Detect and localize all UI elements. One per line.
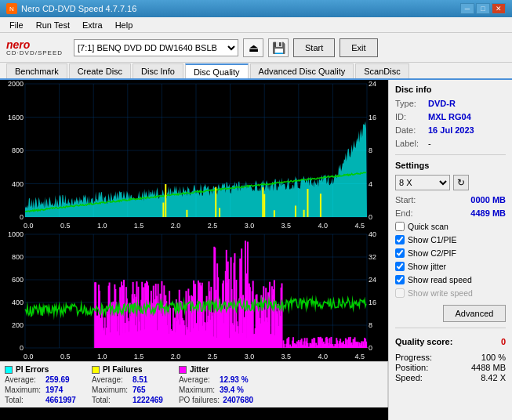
pif-max-value: 765 xyxy=(133,386,146,394)
disc-id-row: ID: MXL RG04 xyxy=(395,112,506,121)
show-c1pie-label: Show C1/PIE xyxy=(408,235,456,244)
show-write-speed-checkbox[interactable] xyxy=(395,288,405,298)
show-c1pie-checkbox[interactable] xyxy=(395,235,405,244)
quick-scan-checkbox[interactable] xyxy=(395,222,405,231)
pi-errors-color xyxy=(5,366,13,374)
show-jitter-row: Show jitter xyxy=(395,262,506,271)
pi-total-value: 4661997 xyxy=(45,396,76,404)
pif-total-value: 1222469 xyxy=(133,396,163,404)
menu-file[interactable]: File xyxy=(3,19,30,31)
drive-select[interactable]: [7:1] BENQ DVD DD DW1640 BSLB xyxy=(74,39,238,56)
pif-total-label: Total: xyxy=(92,396,129,404)
menu-extra[interactable]: Extra xyxy=(76,19,109,31)
pif-avg-label: Average: xyxy=(92,375,129,384)
quick-scan-label: Quick scan xyxy=(408,222,448,231)
show-write-speed-label: Show write speed xyxy=(408,288,473,298)
show-read-speed-label: Show read speed xyxy=(408,275,472,284)
disc-type-label: Type: xyxy=(395,99,428,108)
po-failures-label: PO failures: xyxy=(179,396,220,404)
refresh-button[interactable]: ↻ xyxy=(453,175,469,190)
jitter-stats: Jitter Average: 12.93 % Maximum: 39.4 % … xyxy=(179,365,253,404)
show-c2pif-checkbox[interactable] xyxy=(395,248,405,258)
end-mb-label: End: xyxy=(395,208,413,218)
window-controls[interactable]: ─ □ ✕ xyxy=(460,3,506,14)
show-c2pif-label: Show C2/PIF xyxy=(408,248,456,258)
show-read-speed-row: Show read speed xyxy=(395,275,506,284)
app-icon: N xyxy=(6,3,17,14)
quality-score-label: Quality score: xyxy=(395,337,452,346)
quality-score-value: 0 xyxy=(501,337,506,346)
pi-avg-value: 259.69 xyxy=(45,375,70,384)
pi-errors-label: PI Errors xyxy=(16,365,49,374)
show-jitter-label: Show jitter xyxy=(408,262,446,271)
menu-bar: File Run Test Extra Help xyxy=(0,17,512,33)
chart-area: 0.00.51.01.52.02.53.03.54.04.5 0.00.51.0… xyxy=(0,80,388,420)
start-button[interactable]: Start xyxy=(293,38,335,57)
pi-max-label: Maximum: xyxy=(5,386,42,394)
speed-row: 8 X ↻ xyxy=(395,175,506,190)
jitter-max-label: Maximum: xyxy=(179,386,216,394)
tab-scan-disc[interactable]: ScanDisc xyxy=(355,63,409,78)
speed-row-2: Speed: 8.42 X xyxy=(395,373,506,382)
jitter-color xyxy=(179,366,187,374)
quick-scan-row: Quick scan xyxy=(395,222,506,231)
disc-type-row: Type: DVD-R xyxy=(395,99,506,108)
advanced-button[interactable]: Advanced xyxy=(443,305,506,322)
top-x-labels: 0.00.51.01.52.02.53.03.54.04.5 xyxy=(0,221,388,230)
menu-run-test[interactable]: Run Test xyxy=(30,19,76,31)
disc-date-value: 16 Jul 2023 xyxy=(428,125,474,135)
nero-logo: nero CD·DVD/SPEED xyxy=(6,39,63,56)
tab-disc-quality[interactable]: Disc Quality xyxy=(185,63,249,78)
position-value: 4488 MB xyxy=(471,363,506,372)
disc-label-value: - xyxy=(428,139,431,148)
divider-1 xyxy=(395,154,506,155)
title-text: Nero CD-DVD Speed 4.7.7.16 xyxy=(21,4,136,13)
bottom-chart-canvas xyxy=(0,230,384,352)
jitter-avg-label: Average: xyxy=(179,375,216,384)
quality-score-row: Quality score: 0 xyxy=(395,337,506,346)
end-mb-value: 4489 MB xyxy=(470,208,506,218)
show-jitter-checkbox[interactable] xyxy=(395,262,405,271)
cdspeed-text: CD·DVD/SPEED xyxy=(6,50,63,56)
save-button[interactable]: 💾 xyxy=(268,38,289,57)
title-bar: N Nero CD-DVD Speed 4.7.7.16 ─ □ ✕ xyxy=(0,0,512,17)
progress-value: 100 % xyxy=(481,353,506,362)
settings-title: Settings xyxy=(395,161,506,170)
eject-button[interactable]: ⏏ xyxy=(243,38,263,57)
start-mb-label: Start: xyxy=(395,195,416,205)
divider-2 xyxy=(395,328,506,328)
pi-max-value: 1974 xyxy=(45,386,63,394)
minimize-button[interactable]: ─ xyxy=(460,3,474,14)
disc-date-label: Date: xyxy=(395,125,428,135)
tab-benchmark[interactable]: Benchmark xyxy=(6,63,67,78)
maximize-button[interactable]: □ xyxy=(476,3,490,14)
disc-label-row: Label: - xyxy=(395,139,506,148)
progress-section: Progress: 100 % Position: 4488 MB Speed:… xyxy=(395,353,506,383)
stats-bar: PI Errors Average: 259.69 Maximum: 1974 … xyxy=(0,361,388,407)
disc-id-label: ID: xyxy=(395,112,428,121)
main-content: 0.00.51.01.52.02.53.03.54.04.5 0.00.51.0… xyxy=(0,80,512,420)
disc-type-value: DVD-R xyxy=(428,99,456,108)
speed-label: Speed: xyxy=(395,373,423,382)
jitter-avg-value: 12.93 % xyxy=(220,375,249,384)
pi-total-label: Total: xyxy=(5,396,42,404)
pi-avg-label: Average: xyxy=(5,375,42,384)
tab-advanced-disc-quality[interactable]: Advanced Disc Quality xyxy=(250,63,354,78)
jitter-label: Jitter xyxy=(190,365,209,374)
speed-select[interactable]: 8 X xyxy=(395,175,450,190)
tab-create-disc[interactable]: Create Disc xyxy=(69,63,131,78)
speed-value: 8.42 X xyxy=(481,373,506,382)
pif-max-label: Maximum: xyxy=(92,386,129,394)
exit-button[interactable]: Exit xyxy=(340,38,377,57)
progress-label: Progress: xyxy=(395,353,432,362)
tab-bar: Benchmark Create Disc Disc Info Disc Qua… xyxy=(0,63,512,80)
menu-help[interactable]: Help xyxy=(109,19,140,31)
show-c2pif-row: Show C2/PIF xyxy=(395,248,506,258)
disc-label-label: Label: xyxy=(395,139,428,148)
close-button[interactable]: ✕ xyxy=(492,3,506,14)
nero-text: nero xyxy=(6,39,30,50)
pif-avg-value: 8.51 xyxy=(133,375,147,384)
pi-failures-label: PI Failures xyxy=(103,365,143,374)
tab-disc-info[interactable]: Disc Info xyxy=(133,63,183,78)
show-read-speed-checkbox[interactable] xyxy=(395,275,405,284)
